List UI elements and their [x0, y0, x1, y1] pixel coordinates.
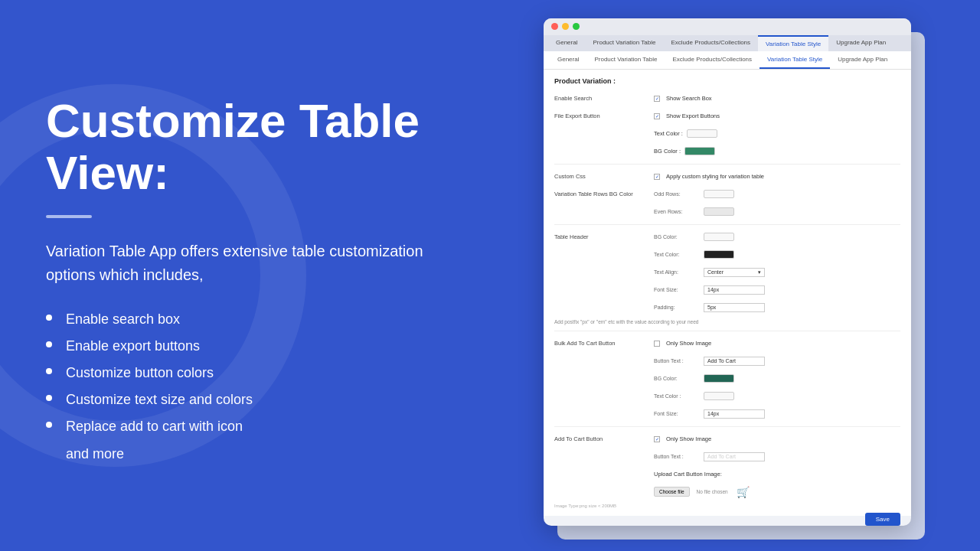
list-item: and more: [46, 445, 429, 464]
feature-list: Enable search box Enable export buttons …: [46, 310, 429, 471]
custom-css-checkbox[interactable]: [654, 174, 660, 180]
outer-tab-general[interactable]: General: [548, 35, 585, 51]
outer-tab-vts[interactable]: Variation Table Style: [758, 35, 828, 51]
atc-btn-text-input[interactable]: Add To Cart: [704, 452, 765, 461]
bulk-bg-label: BG Color:: [654, 376, 700, 381]
atc-button-text-row: Button Text : Add To Cart: [554, 451, 900, 463]
traffic-light-green: [573, 23, 580, 30]
atc-btn-text-value: Button Text : Add To Cart: [654, 452, 900, 461]
bulk-bg-swatch[interactable]: [704, 374, 734, 383]
bullet-dot: [46, 341, 52, 347]
bulk-text-swatch[interactable]: [704, 392, 734, 400]
text-align-value: Text Align: Center ▾: [654, 268, 900, 277]
show-search-text: Show Search Box: [666, 95, 712, 102]
form-content: Product Variation : Enable Search Show S…: [544, 70, 911, 516]
list-item: Customize button colors: [46, 364, 429, 383]
enable-search-row: Enable Search Show Search Box: [554, 93, 900, 105]
bulk-font-label: Font Size:: [654, 411, 700, 416]
even-rows-label: Even Rows:: [654, 209, 700, 214]
save-button[interactable]: Save: [865, 513, 900, 526]
text-align-row: Text Align: Center ▾: [554, 266, 900, 279]
bulk-add-value: Only Show Image: [654, 340, 900, 347]
th-bg-label: BG Color:: [654, 234, 700, 240]
bg-color-label: BG Color :: [654, 148, 681, 155]
bulk-text-label: Text Color :: [654, 393, 700, 399]
var-rows-bg-label: Variation Table Rows BG Color: [554, 191, 654, 197]
choose-file-row: Choose file No file chosen 🛒: [554, 486, 900, 498]
traffic-light-yellow: [562, 23, 569, 30]
bullet-dot: [46, 368, 52, 374]
chevron-down-icon: ▾: [758, 269, 761, 276]
main-title: Customize Table View:: [46, 95, 429, 199]
postfix-hint: Add postfix "px" or "em" etc with the va…: [554, 319, 900, 324]
outer-tab-upgrade[interactable]: Upgrade App Plan: [828, 35, 893, 51]
bulk-font-size-row: Font Size: 14px: [554, 408, 900, 420]
odd-rows-label: Odd Rows:: [654, 191, 700, 197]
inner-tab-pvt[interactable]: Product Variation Table: [586, 51, 665, 69]
upload-label-text: Upload Cart Button Image:: [654, 471, 722, 478]
padding-input[interactable]: 5px: [704, 303, 765, 312]
font-size-value: Font Size: 14px: [654, 285, 900, 295]
bulk-btn-text-input[interactable]: Add To Cart: [704, 357, 765, 366]
even-rows-swatch[interactable]: [704, 207, 734, 216]
divider4: [554, 426, 900, 427]
atc-btn-text-label: Button Text :: [654, 454, 700, 459]
custom-css-label: Custom Css: [554, 173, 654, 180]
outer-tab-pvt[interactable]: Product Variation Table: [585, 35, 663, 51]
only-show-image-checkbox[interactable]: [654, 341, 660, 347]
divider3: [554, 331, 900, 331]
bulk-text-color-row: Text Color :: [554, 390, 900, 403]
bulk-btn-text-label: Button Text :: [654, 358, 700, 364]
inner-tab-upgrade[interactable]: Upgrade App Plan: [830, 51, 895, 69]
file-export-value: Show Export Buttons: [654, 112, 900, 119]
export-bg-color-row: BG Color :: [554, 145, 900, 158]
file-export-label: File Export Button: [554, 112, 654, 119]
outer-tab-exclude[interactable]: Exclude Products/Collections: [663, 35, 758, 51]
atc-only-show-checkbox[interactable]: [654, 436, 660, 442]
bg-color-swatch[interactable]: [684, 147, 715, 155]
odd-rows-swatch[interactable]: [704, 190, 734, 198]
padding-row: Padding: 5px: [554, 302, 900, 314]
bulk-add-row: Bulk Add To Cart Button Only Show Image: [554, 337, 900, 350]
right-panel: General Product Variation Table Exclude …: [475, 0, 980, 551]
font-size-row: Font Size: 14px: [554, 284, 900, 296]
custom-css-row: Custom Css Apply custom styling for vari…: [554, 171, 900, 183]
show-export-checkbox[interactable]: [654, 113, 660, 119]
inner-tab-general[interactable]: General: [550, 51, 586, 69]
text-align-select[interactable]: Center ▾: [704, 268, 765, 277]
bulk-button-text-value: Button Text : Add To Cart: [654, 357, 900, 366]
file-export-row: File Export Button Show Export Buttons: [554, 110, 900, 122]
export-bg-value: BG Color :: [654, 147, 900, 155]
font-size-input[interactable]: 14px: [704, 285, 765, 295]
title-divider: [46, 215, 92, 218]
app-window: General Product Variation Table Exclude …: [544, 18, 911, 526]
text-align-label: Text Align:: [654, 269, 700, 275]
th-bg-swatch[interactable]: [704, 233, 734, 241]
divider1: [554, 164, 900, 165]
text-color-swatch[interactable]: [687, 129, 717, 138]
th-text-color-row: Text Color:: [554, 249, 900, 261]
app-window-outer: General Product Variation Table Exclude …: [544, 18, 911, 526]
th-text-label: Text Color:: [654, 252, 700, 257]
list-item: Enable search box: [46, 310, 429, 329]
choose-file-button[interactable]: Choose file: [654, 487, 690, 497]
custom-css-value: Apply custom styling for variation table: [654, 173, 900, 180]
atc-only-show-text: Only Show Image: [666, 435, 711, 442]
inner-nav: General Product Variation Table Exclude …: [544, 51, 911, 70]
bulk-font-input[interactable]: 14px: [704, 409, 765, 419]
th-text-color-value: Text Color:: [654, 250, 900, 259]
inner-tab-exclude[interactable]: Exclude Products/Collections: [665, 51, 760, 69]
atc-label: Add To Cart Button: [554, 435, 654, 442]
text-color-label: Text Color :: [654, 130, 683, 137]
cart-icon: 🛒: [737, 486, 750, 498]
padding-value: Padding: 5px: [654, 303, 900, 312]
bullet-dot: [46, 422, 52, 428]
var-rows-bg-value: Odd Rows:: [654, 190, 900, 198]
inner-tab-vts[interactable]: Variation Table Style: [760, 51, 830, 69]
bulk-font-size-value: Font Size: 14px: [654, 409, 900, 419]
th-text-swatch[interactable]: [704, 250, 734, 259]
table-header-bg-value: BG Color:: [654, 233, 900, 241]
var-rows-bg-row: Variation Table Rows BG Color Odd Rows:: [554, 188, 900, 201]
show-search-checkbox[interactable]: [654, 96, 660, 102]
atc-row: Add To Cart Button Only Show Image: [554, 433, 900, 445]
